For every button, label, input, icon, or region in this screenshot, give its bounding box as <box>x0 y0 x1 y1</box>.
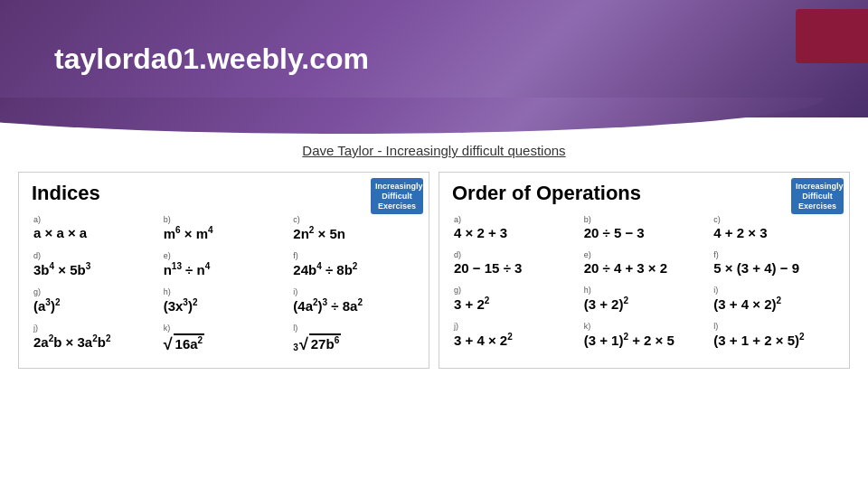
oo-q-l: l) (3 + 1 + 2 × 5)2 <box>712 319 836 353</box>
oo-q-a: a) 4 × 2 + 3 <box>452 212 577 246</box>
q-j: j) 2a2b × 3a2b2 <box>32 321 156 359</box>
indices-badge: Increasingly Difficult Exercises <box>371 178 423 214</box>
site-title: taylorda01.weebly.com <box>54 42 369 76</box>
oo-q-i: i) (3 + 4 × 2)2 <box>712 283 836 317</box>
oo-q-j: j) 3 + 4 × 22 <box>452 319 577 353</box>
indices-title: Indices <box>32 182 416 205</box>
q-h: h) (3x3)2 <box>162 285 287 319</box>
oo-q-b: b) 20 ÷ 5 − 3 <box>582 212 707 246</box>
q-i: i) (4a2)3 ÷ 8a2 <box>291 285 416 319</box>
q-e: e) n13 ÷ n4 <box>162 249 287 283</box>
oo-q-g: g) 3 + 22 <box>452 283 577 317</box>
header-accent <box>796 9 868 63</box>
q-k: k) √ 16a2 <box>162 321 287 359</box>
oo-badge: Increasingly Difficult Exercises <box>791 178 844 214</box>
main-content: Indices Increasingly Difficult Exercises… <box>0 172 868 369</box>
oo-q-e: e) 20 ÷ 4 + 3 × 2 <box>582 248 707 281</box>
oo-q-h: h) (3 + 2)2 <box>582 283 707 317</box>
oo-q-k: k) (3 + 1)2 + 2 × 5 <box>582 319 707 353</box>
q-f: f) 24b4 ÷ 8b2 <box>291 249 416 283</box>
oo-q-c: c) 4 + 2 × 3 <box>712 212 836 246</box>
q-g: g) (a3)2 <box>32 285 156 319</box>
indices-panel: Indices Increasingly Difficult Exercises… <box>18 172 429 369</box>
q-b: b) m6 × m4 <box>162 212 287 247</box>
order-of-operations-panel: Order of Operations Increasingly Difficu… <box>439 172 850 369</box>
q-l: l) 3 √ 27b6 <box>291 321 416 359</box>
oo-q-f: f) 5 × (3 + 4) − 9 <box>712 248 836 281</box>
oo-title: Order of Operations <box>452 182 836 205</box>
q-c: c) 2n2 × 5n <box>291 212 416 247</box>
q-d: d) 3b4 × 5b3 <box>32 249 156 283</box>
indices-questions: a) a × a × a b) m6 × m4 c) 2n2 × 5n d) 3… <box>32 212 416 359</box>
oo-questions: a) 4 × 2 + 3 b) 20 ÷ 5 − 3 c) 4 + 2 × 3 … <box>452 212 836 353</box>
q-a: a) a × a × a <box>32 212 156 247</box>
oo-q-d: d) 20 − 15 ÷ 3 <box>452 248 577 281</box>
page-header: taylorda01.weebly.com <box>0 0 868 117</box>
